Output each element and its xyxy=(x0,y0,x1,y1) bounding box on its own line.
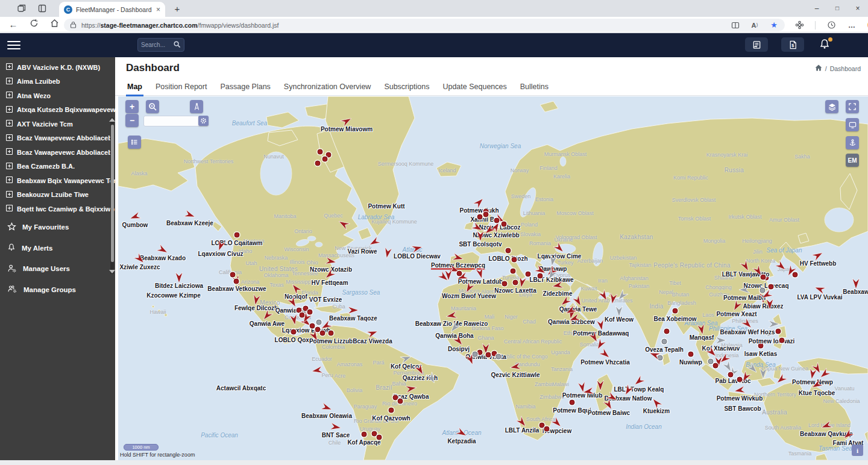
vessel-marker[interactable] xyxy=(506,248,511,254)
lock-icon[interactable] xyxy=(70,20,77,31)
expand-plus-icon[interactable] xyxy=(6,106,13,114)
search-input[interactable] xyxy=(141,42,173,48)
vessel-marker[interactable] xyxy=(760,368,767,379)
refresh-button[interactable] xyxy=(28,19,40,31)
vessel-marker[interactable] xyxy=(760,288,766,293)
vessel-marker[interactable] xyxy=(758,343,764,349)
map-fullscreen-icon[interactable] xyxy=(846,100,859,113)
vessel-marker[interactable] xyxy=(502,222,507,227)
sidebar-company-item[interactable]: AXT Vazicive Tcm xyxy=(0,117,115,131)
vessel-marker[interactable] xyxy=(769,320,779,328)
vessel-marker[interactable] xyxy=(315,161,321,166)
expand-plus-icon[interactable] xyxy=(6,134,13,142)
sidebar-company-item[interactable]: Bcaz Vawapevewc Abboliaceb xyxy=(0,145,115,160)
map-legend-list-icon[interactable] xyxy=(128,136,141,149)
new-tab-button[interactable]: + xyxy=(171,3,183,15)
vessel-marker[interactable] xyxy=(570,400,575,405)
vessel-marker[interactable] xyxy=(389,408,394,413)
expand-plus-icon[interactable] xyxy=(6,205,13,213)
vessel-marker[interactable] xyxy=(175,272,183,283)
vessel-marker[interactable] xyxy=(766,299,773,310)
billing-document-button[interactable]: $ xyxy=(781,37,804,52)
tab-position-report[interactable]: Position Report xyxy=(154,79,208,96)
vessel-marker[interactable] xyxy=(477,350,483,355)
vessel-marker[interactable] xyxy=(728,372,734,378)
browser-tab[interactable]: C FleetManager - Dashboard × xyxy=(59,2,165,17)
extensions-icon[interactable] xyxy=(794,20,804,30)
vessel-marker[interactable] xyxy=(673,308,678,314)
measure-compass-icon[interactable] xyxy=(190,100,203,113)
vessel-marker[interactable] xyxy=(502,281,508,287)
vessel-marker[interactable] xyxy=(715,337,726,344)
map-zoom-in-button[interactable]: + xyxy=(125,100,139,113)
tab-map[interactable]: Map xyxy=(126,79,143,96)
vessel-marker[interactable] xyxy=(513,280,518,286)
vessel-marker[interactable] xyxy=(494,218,500,223)
vessel-marker[interactable] xyxy=(486,352,491,358)
vessel-marker[interactable] xyxy=(852,278,860,289)
vessel-marker[interactable] xyxy=(234,279,239,284)
sidebar-company-item[interactable]: Beabxaw Bqix Vawapevewc Tcm xyxy=(0,173,115,188)
tab-update-sequences[interactable]: Update Sequences xyxy=(441,79,508,96)
map-settings-gear-icon[interactable] xyxy=(198,116,209,126)
map-anchor-icon[interactable] xyxy=(846,136,859,149)
vessel-marker[interactable] xyxy=(329,331,334,336)
tab-close-icon[interactable]: × xyxy=(156,5,160,14)
history-icon[interactable] xyxy=(826,20,836,30)
expand-plus-icon[interactable] xyxy=(6,191,13,199)
expand-plus-icon[interactable] xyxy=(6,78,13,86)
map-zoom-out-button[interactable]: − xyxy=(125,114,139,127)
vessel-marker[interactable] xyxy=(739,286,750,293)
minimize-button[interactable]: – xyxy=(807,0,827,17)
sidebar-company-item[interactable]: Aima Lzuibeb xyxy=(0,75,115,89)
rectangle-zoom-icon[interactable] xyxy=(146,100,159,113)
back-button[interactable]: ← xyxy=(7,19,19,31)
notifications-bell-icon[interactable] xyxy=(819,38,833,52)
vessel-marker[interactable] xyxy=(776,329,781,334)
vessel-marker[interactable] xyxy=(445,270,452,281)
vessel-marker[interactable] xyxy=(597,380,604,391)
sidebar-item-manage-groups[interactable]: Manage Groups xyxy=(0,279,115,301)
vessel-marker[interactable] xyxy=(322,157,328,162)
vessel-marker[interactable] xyxy=(688,352,694,357)
map-em-button[interactable]: EM xyxy=(846,154,859,167)
vessel-marker[interactable] xyxy=(526,272,531,277)
vessel-marker[interactable] xyxy=(779,338,785,343)
vessel-marker[interactable] xyxy=(512,257,517,263)
vessel-marker[interactable] xyxy=(662,339,667,345)
vertical-tabs-icon[interactable] xyxy=(37,4,47,13)
maximize-button[interactable]: □ xyxy=(827,0,848,17)
vessel-marker[interactable] xyxy=(348,307,359,314)
vessel-marker[interactable] xyxy=(398,399,403,404)
vessel-marker[interactable] xyxy=(310,323,315,329)
sidebar-item-my-favourites[interactable]: My Favourites xyxy=(0,217,115,238)
log-book-button[interactable] xyxy=(745,37,768,52)
vessel-marker[interactable] xyxy=(793,272,798,278)
hamburger-menu-icon[interactable] xyxy=(7,39,20,52)
header-search[interactable] xyxy=(137,38,184,52)
vessel-marker[interactable] xyxy=(483,212,489,217)
vessel-marker[interactable] xyxy=(496,354,502,360)
vessel-marker[interactable] xyxy=(544,426,550,432)
sidebar-company-item[interactable]: Bqett Iwc Czamiwp & Bqixxiwp xyxy=(0,202,115,216)
sidebar-item-manage-users[interactable]: Manage Users xyxy=(0,258,115,279)
more-icon[interactable]: … xyxy=(847,20,857,30)
vessel-marker[interactable] xyxy=(318,149,323,155)
address-bar[interactable]: https://stage-fleetmanager.chartco.com/f… xyxy=(64,19,785,31)
expand-plus-icon[interactable] xyxy=(6,176,13,184)
vessel-marker[interactable] xyxy=(769,284,774,290)
sidebar-company-item[interactable]: Atna Wezo xyxy=(0,89,115,103)
vessel-marker[interactable] xyxy=(234,232,240,238)
map-screen-view-icon[interactable] xyxy=(846,118,859,131)
vessel-marker[interactable] xyxy=(615,306,623,317)
vessel-marker[interactable] xyxy=(377,435,382,440)
sidebar-company-item[interactable]: ABV Vazicive K.D. (NXWB) xyxy=(0,60,115,75)
vessel-marker[interactable] xyxy=(362,432,367,437)
favorite-star-icon[interactable]: ★ xyxy=(769,20,779,30)
map-canvas[interactable]: AlaskaNorthwest TerritoriesNunavutManito… xyxy=(118,96,868,460)
vessel-marker[interactable] xyxy=(477,214,483,220)
close-button[interactable]: × xyxy=(848,0,868,17)
sidebar-company-item[interactable]: Beakouzw Lzuibe Tiwe xyxy=(0,188,115,202)
map-info-button[interactable]: i xyxy=(852,445,863,456)
vessel-marker[interactable] xyxy=(664,329,670,334)
